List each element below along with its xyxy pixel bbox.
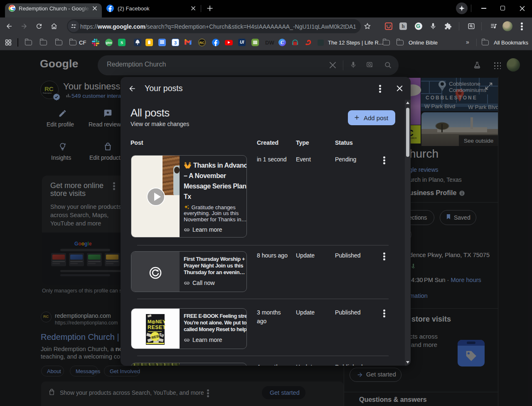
svg-text:M◎NEY: M◎NEY bbox=[148, 319, 165, 324]
svg-text:RESET: RESET bbox=[148, 324, 165, 330]
